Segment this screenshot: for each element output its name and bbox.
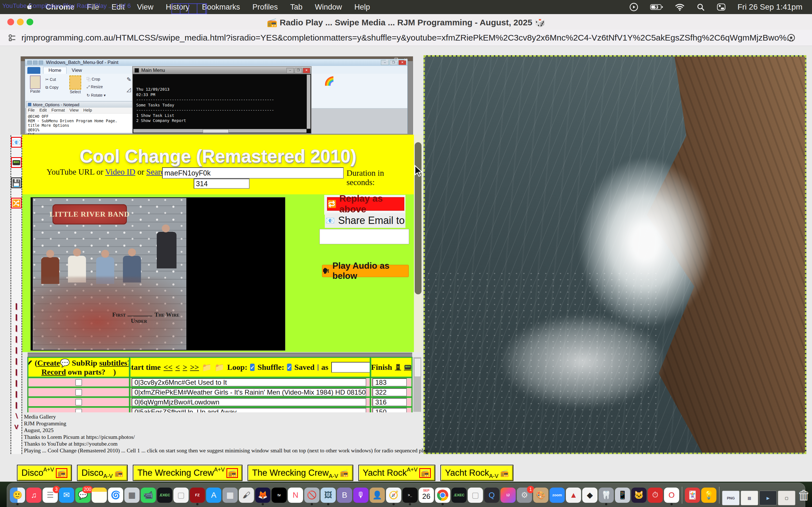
dock-music[interactable]: ♫ [26,488,42,503]
email-icon[interactable]: 📧 [11,137,22,148]
control-center-icon[interactable] [717,3,726,11]
dock-contacts-tan[interactable]: 👤 [370,488,385,503]
video-playback-icon[interactable] [629,3,638,11]
play-audio-button[interactable]: 🗣Play Audio as below [322,265,409,277]
record-link[interactable]: Record [42,368,66,376]
dock-opera[interactable]: O [664,488,679,503]
row-checkbox[interactable] [75,389,82,396]
url-text[interactable]: rjmprogramming.com.au/HTMLCSS/swipe_medi… [21,33,794,43]
dock-firefox[interactable]: 🦊 [255,488,270,503]
playlist-button[interactable]: Disco A+V 📻 [17,465,72,481]
finish-seconds-input[interactable]: 316 [372,398,407,406]
dock-blocked-app[interactable]: 🚫 [304,488,319,503]
share-email-button[interactable]: 📧Share Email to [325,213,405,228]
playlist-button[interactable]: Disco A-V 📻 [77,465,128,481]
dock-inkscape[interactable]: ◆ [582,488,598,503]
menu-item[interactable]: Profiles [252,3,278,11]
dock-minimized-window-page[interactable]: ▤ [741,491,758,505]
table-scrollbar-thumb[interactable] [414,358,421,377]
rewind-button[interactable]: < [175,363,180,372]
tab-groups-icon[interactable] [7,33,17,43]
share-email-input[interactable] [319,229,409,244]
dock-photo-cards[interactable]: 🃏 [685,488,700,503]
dock-chrome[interactable] [435,488,450,503]
spotlight-search-icon[interactable] [696,3,705,11]
loop-checkbox[interactable]: ✓ [250,363,255,371]
dock-apple-tv[interactable]: tv [271,488,287,503]
computer-icon[interactable]: 📟 [404,363,412,371]
mixer-icon[interactable]: 🎛 [395,363,401,371]
folder-icon[interactable]: 📁 [214,363,224,372]
dock-messages[interactable]: 💬 200 [75,488,91,503]
wifi-icon[interactable] [675,3,684,11]
dock-filezilla[interactable]: FZ [190,488,205,503]
video-id-input[interactable] [162,167,344,179]
playlist-button[interactable]: Yacht Rock A+V 📻 [358,465,436,481]
forward-button[interactable]: > [183,363,187,372]
playlist-button[interactable]: The Wrecking Crew A+V 📻 [133,465,243,481]
dock-wave-app[interactable]: 🌀 [108,488,123,503]
dock-prism-app[interactable]: ▲ [566,488,581,503]
url-bar[interactable]: rjmprogramming.com.au/HTMLCSS/swipe_medi… [0,30,812,46]
menu-clock[interactable]: Fri 26 Sep 1:41pm [738,3,802,11]
create-link[interactable]: Create [37,358,60,367]
eye-icon[interactable] [786,33,796,42]
dock-document-2[interactable]: ▢ [468,488,483,503]
menu-item[interactable]: Window [315,3,342,11]
dock-bible-app[interactable]: B [337,488,352,503]
video-frame[interactable]: – ❐ ✕ Windows_Batch_Menu-9of - Paint –❐✕… [20,56,413,135]
dock-launchpad[interactable]: ▦ [124,488,140,503]
table-scrollbar[interactable] [413,357,421,412]
dock-document[interactable]: ▢ [173,488,189,503]
row-checkbox[interactable] [75,379,82,386]
dock-keypad-app[interactable]: ▦ [222,488,238,503]
dock-terminal[interactable]: >_ [402,488,417,503]
shuffle-checkbox[interactable]: ✓ [287,363,292,371]
floppy-icon[interactable]: 💾 [11,177,22,188]
forward-fast-button[interactable]: >> [190,363,199,372]
dock-exec-app[interactable]: .EXEC [157,488,172,503]
dock-trash[interactable]: 🗑 [797,488,812,503]
dock-system-settings[interactable]: ⚙ 1 [517,488,532,503]
shuffle-icon[interactable]: 🔀 [11,198,22,209]
folder-icon[interactable]: 📁 [202,363,212,372]
dock-gimp[interactable]: 🖌 [239,488,254,503]
menu-item[interactable]: Help [354,3,370,11]
saved-as-input[interactable] [331,362,371,373]
dock-intellij[interactable]: IJ [500,488,516,503]
dock-reminders[interactable]: ☰ 3 [43,488,58,503]
finish-seconds-input[interactable]: 322 [372,388,407,396]
menu-item[interactable]: Bookmarks [202,3,240,11]
dock-calendar[interactable]: SEP 26 [419,488,434,503]
song-id-input[interactable]: 0|3cv8y2x6Mnc#Get Used to It [132,378,366,386]
dock-news[interactable]: N [288,488,303,503]
rewind-fast-button[interactable]: << [163,363,172,372]
dock-mail[interactable]: ✉ [59,488,74,503]
menu-item[interactable]: View [137,3,153,11]
song-id-input[interactable]: 0|6qWgmMjzBwo#Lowdown [132,398,366,406]
dock-safari[interactable]: 🧭 [386,488,401,503]
video-id-link[interactable]: Video ID [105,167,135,176]
row-checkbox[interactable] [75,399,82,406]
playlist-button[interactable]: The Wrecking Crew A-V 📻 [248,465,353,481]
finish-seconds-input[interactable]: 183 [372,378,407,386]
dock-minimized-window-chrome[interactable]: ▢ [778,491,795,505]
computer-icon[interactable]: 📟 [11,157,22,168]
dock-facetime[interactable]: 📹 [141,488,156,503]
dock-notes[interactable] [92,488,107,503]
dock-gauge-app[interactable]: ⏱ [648,488,663,503]
dock-paint-palette[interactable]: 🎨 [533,488,548,503]
dock-tooth-app[interactable]: 🦷 [599,488,614,503]
dock-exec-app-2[interactable]: .EXEC [451,488,467,503]
battery-icon[interactable] [650,4,663,10]
replay-button[interactable]: 🔁Replay as above [327,197,404,211]
duration-input[interactable] [194,179,250,189]
dock-iphone-mirroring[interactable]: 📱 [615,488,630,503]
dock-lightbulb-app[interactable]: 💡 [701,488,716,503]
menu-item[interactable]: Tab [290,3,303,11]
dock-app-store[interactable]: A [206,488,221,503]
subtitles-link[interactable]: subtitles? [99,358,130,367]
dock-quicktime[interactable]: Q [484,488,499,503]
dock-cat-game[interactable]: 🐱 [631,488,647,503]
dock-minimized-window-png[interactable]: PNG [722,491,740,505]
